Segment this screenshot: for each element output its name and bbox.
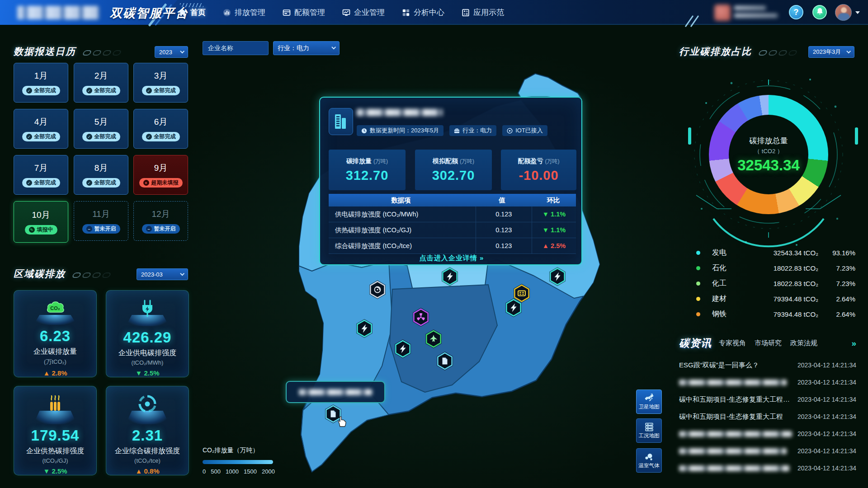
- enterprise-popup: 数据更新时间：2023年5月行业：电力IOT已接入 碳排放量 (万吨)312.7…: [319, 97, 582, 265]
- regional-card-co2[interactable]: CO₂6.23企业碳排放量(万tCO₂)▲ 2.8%: [14, 290, 97, 377]
- industry-filter-select[interactable]: 行业：电力: [273, 41, 340, 55]
- nav-item-analysis[interactable]: 分析中心: [402, 7, 444, 18]
- legend-dot: [696, 282, 700, 286]
- industry-donut-chart[interactable]: 碳排放总量 （ tCO2 ） 32543.34: [709, 95, 828, 214]
- company-search-input[interactable]: 企业名称: [203, 41, 269, 55]
- news-item[interactable]: ESG跟“双碳”是一回事么？2023-04-12 14:21:34: [679, 357, 856, 374]
- month-status-text: 全部完成: [34, 133, 56, 141]
- calendar-month-8[interactable]: 8月✓全部完成: [74, 155, 128, 195]
- user-avatar[interactable]: [835, 4, 852, 21]
- industry-legend-row[interactable]: 发电32543.34 tCO₂93.16%: [696, 245, 855, 260]
- calendar-month-12[interactable]: 12月–暂未开启: [133, 201, 188, 241]
- news-item-time: 2023-04-12 14:21:34: [797, 379, 856, 386]
- calendar-month-9[interactable]: 9月×超期未填报: [133, 155, 188, 195]
- calendar-month-2[interactable]: 2月✓全部完成: [74, 63, 128, 103]
- help-button[interactable]: ?: [789, 5, 803, 19]
- month-status-badge: ✓全部完成: [82, 132, 120, 141]
- month-status-badge: ×超期未填报: [139, 178, 183, 188]
- table-row[interactable]: 供电碳排放强度 (tCO₂/MWh)0.123▼ 1.1%: [329, 206, 576, 222]
- map-layer-molecule[interactable]: 温室气体: [636, 448, 662, 473]
- nav-item-enterprise[interactable]: 企业管理: [342, 7, 385, 18]
- regional-card-gauge[interactable]: 2.31企业综合碳排放强度(tCO₂/tce)▲ 0.8%: [106, 386, 189, 475]
- map-north-island[interactable]: [518, 74, 580, 99]
- map-layer-satellite[interactable]: 卫星地图: [636, 389, 662, 414]
- popup-stat-label: 配额盈亏 (万吨): [518, 157, 560, 165]
- calendar-month-6[interactable]: 6月✓全部完成: [133, 109, 188, 149]
- analysis-icon: [402, 9, 410, 17]
- month-label: 12月: [151, 208, 170, 220]
- industry-legend-row[interactable]: 石化18022.83 tCO₂7.23%: [696, 260, 855, 276]
- map-region-west[interactable]: [271, 244, 392, 402]
- news-more-arrow[interactable]: »: [851, 338, 856, 348]
- news-tab-2[interactable]: 市场研究: [755, 339, 782, 347]
- clock-icon: [361, 128, 367, 134]
- nav-item-quota[interactable]: 配额管理: [283, 7, 325, 18]
- popup-tag-text: 行业：电力: [462, 127, 492, 135]
- industry-legend-row[interactable]: 化工18022.83 tCO₂7.23%: [696, 276, 855, 291]
- metric-value: 0.123: [476, 206, 532, 222]
- calendar-month-3[interactable]: 3月✓全部完成: [133, 63, 188, 103]
- stat-unit: (tCO₂/GJ): [42, 457, 68, 464]
- regional-card-heat[interactable]: 179.54企业供热碳排强度(tCO₂/GJ)▼ 2.5%: [14, 386, 97, 475]
- calendar-year-select[interactable]: 2023: [155, 46, 188, 58]
- month-status-badge: ✓全部完成: [22, 178, 60, 188]
- month-status-badge: ✓全部完成: [22, 86, 60, 95]
- news-item-title: 碳中和五期项目-生态修复重大工程: [679, 413, 783, 421]
- title-decoration: [73, 272, 110, 278]
- industry-legend-row[interactable]: 建材79394.48 tCO₂2.64%: [696, 291, 855, 306]
- news-item[interactable]: 2023-04-12 14:21:34: [679, 374, 856, 391]
- industry-filter-value: 行业：电力: [278, 44, 309, 52]
- regional-period-value: 2023-03: [141, 271, 163, 278]
- table-row[interactable]: 供热碳排放强度 (tCO₂/GJ)0.123▼ 1.1%: [329, 222, 576, 238]
- company-name-redacted: [357, 109, 443, 116]
- user-menu-caret[interactable]: [855, 11, 860, 14]
- status-icon: ✓: [86, 180, 92, 186]
- news-tab-1[interactable]: 专家视角: [719, 339, 746, 347]
- calendar-month-10[interactable]: 10月✎填报中: [14, 201, 68, 243]
- nav-item-home[interactable]: 首页: [179, 7, 206, 18]
- metric-value: 0.123: [476, 222, 532, 238]
- news-item-time: 2023-04-12 14:21:34: [797, 361, 856, 369]
- donut-center-value: 32543.34: [737, 157, 800, 174]
- top-navbar: 双碳智服平台 首页排放管理配额管理企业管理分析中心应用示范 ?: [0, 0, 868, 25]
- map-layer-rack[interactable]: 工况地图: [636, 418, 662, 443]
- regional-period-select[interactable]: 2023-03: [137, 268, 188, 280]
- calendar-month-7[interactable]: 7月✓全部完成: [14, 155, 68, 195]
- news-item[interactable]: 碳中和五期项目-生态修复重大工程…2023-04-12 14:21:34: [679, 391, 856, 408]
- industry-title: 行业碳排放占比: [679, 46, 752, 56]
- legend-dot: [696, 297, 700, 301]
- notifications-button[interactable]: [812, 5, 827, 19]
- industry-legend-row[interactable]: 钢铁79394.48 tCO₂2.64%: [696, 306, 855, 322]
- news-tab-3[interactable]: 政策法规: [790, 339, 817, 347]
- enterprise-detail-link[interactable]: 点击进入企业详情 »: [320, 254, 583, 263]
- news-item-time: 2023-04-12 14:21:34: [797, 396, 856, 403]
- popup-tag-text: 数据更新时间：2023年5月: [370, 127, 439, 135]
- news-item[interactable]: 2023-04-12 14:21:34: [679, 442, 856, 460]
- stat-value: 6.23: [40, 328, 71, 345]
- month-label: 1月: [34, 70, 48, 82]
- month-status-badge: –暂未开启: [82, 224, 120, 234]
- news-item[interactable]: 碳中和五期项目-生态修复重大工程2023-04-12 14:21:34: [679, 408, 856, 425]
- legend-dot: [696, 266, 700, 270]
- table-header-row: 数据项值环比: [329, 194, 576, 206]
- nav-item-label: 企业管理: [354, 7, 385, 18]
- legend-name: 建材: [712, 294, 750, 304]
- metric-name: 供热碳排放强度 (tCO₂/GJ): [329, 226, 476, 235]
- regional-card-plug[interactable]: 426.29企业供电碳排强度(tCO₂/MWh)▼ 2.5%: [106, 290, 189, 377]
- status-icon: ✓: [146, 134, 152, 140]
- month-status-badge: ✓全部完成: [82, 86, 120, 95]
- calendar-panel-header: 数据报送日历: [14, 45, 121, 58]
- calendar-month-11[interactable]: 11月–暂未开启: [74, 201, 128, 241]
- table-row[interactable]: 综合碳排放强度 (tCO₂/tce)0.123▲ 2.5%: [329, 238, 576, 254]
- legend-tick: 0: [203, 468, 206, 475]
- news-panel: 碳资讯 专家视角市场研究政策法规 » ESG跟“双碳”是一回事么？2023-04…: [679, 336, 856, 477]
- news-item[interactable]: 2023-04-12 14:21:34: [679, 460, 856, 477]
- calendar-month-4[interactable]: 4月✓全部完成: [14, 109, 68, 149]
- news-item[interactable]: 2023-04-12 14:21:34: [679, 425, 856, 442]
- map-marker-tooltip[interactable]: [286, 381, 385, 403]
- nav-item-demo[interactable]: 应用示范: [462, 7, 504, 18]
- industry-period-select[interactable]: 2023年3月: [808, 46, 854, 58]
- nav-item-emission[interactable]: 排放管理: [223, 7, 265, 18]
- calendar-month-1[interactable]: 1月✓全部完成: [14, 63, 68, 103]
- calendar-month-5[interactable]: 5月✓全部完成: [74, 109, 128, 149]
